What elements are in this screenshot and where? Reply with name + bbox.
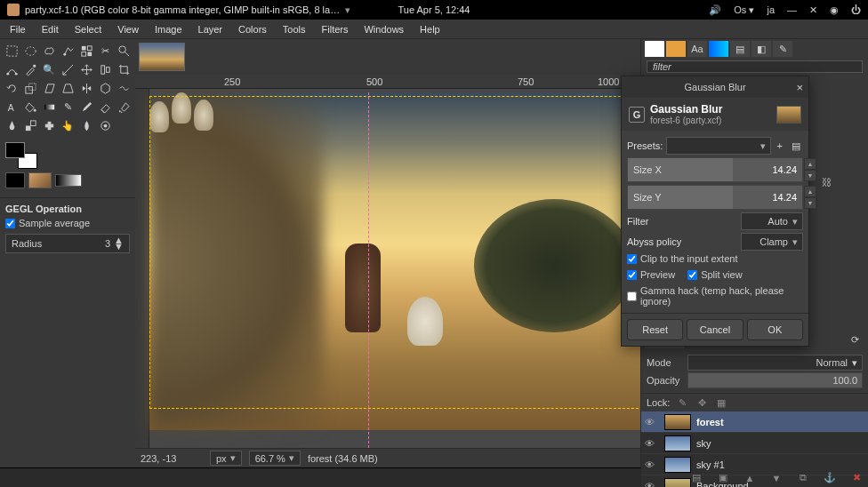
visibility-icon[interactable]: 👁 bbox=[645, 438, 659, 449]
layer-name[interactable]: forest bbox=[696, 417, 724, 427]
layer-group-icon[interactable]: ▣ bbox=[717, 472, 729, 483]
fg-color[interactable] bbox=[5, 142, 25, 158]
preview-checkbox[interactable] bbox=[627, 270, 637, 280]
tool-align[interactable] bbox=[96, 60, 114, 78]
sample-average-checkbox[interactable] bbox=[5, 219, 15, 228]
duplicate-layer-icon[interactable]: ⧉ bbox=[797, 472, 809, 483]
tool-smudge[interactable]: 👆 bbox=[59, 116, 76, 134]
tool-fuzzy-select[interactable] bbox=[59, 42, 76, 60]
mode-select[interactable]: Normal▾ bbox=[687, 355, 863, 371]
abyss-select[interactable]: Clamp▾ bbox=[741, 233, 803, 251]
ime-indicator[interactable]: ja bbox=[767, 4, 775, 15]
preset-menu-icon[interactable]: ▤ bbox=[789, 140, 803, 152]
presets-select[interactable]: ▾ bbox=[666, 137, 770, 155]
radius-input[interactable]: Radius 3 ▲▼ bbox=[5, 234, 130, 253]
tool-dodge[interactable] bbox=[96, 116, 114, 134]
visibility-icon[interactable]: 👁 bbox=[645, 417, 659, 427]
size-x-slider[interactable]: Size X 14.24 ▲▼ bbox=[627, 157, 803, 182]
menu-tools[interactable]: Tools bbox=[277, 22, 312, 36]
raise-layer-icon[interactable]: ▲ bbox=[743, 473, 756, 483]
tool-blend[interactable] bbox=[40, 98, 58, 116]
filter-input[interactable]: filter bbox=[647, 60, 863, 73]
layer-name[interactable]: sky bbox=[696, 438, 711, 449]
cancel-button[interactable]: Cancel bbox=[687, 319, 743, 340]
minimize-icon[interactable]: — bbox=[787, 4, 797, 15]
os-indicator[interactable]: Os ▾ bbox=[734, 4, 754, 16]
tool-paths[interactable] bbox=[3, 60, 20, 78]
tool-scale[interactable] bbox=[21, 79, 39, 97]
menu-view[interactable]: View bbox=[111, 22, 145, 36]
wifi-icon[interactable]: ◉ bbox=[830, 4, 839, 16]
tool-perspective[interactable] bbox=[59, 79, 76, 97]
delete-layer-icon[interactable]: ✖ bbox=[850, 472, 863, 483]
tool-pencil[interactable]: ✎ bbox=[59, 98, 76, 116]
vertical-guide[interactable] bbox=[368, 92, 369, 448]
dialog-close-icon[interactable]: × bbox=[796, 81, 803, 94]
tool-foreground[interactable] bbox=[115, 42, 133, 60]
tool-shear[interactable] bbox=[40, 79, 58, 97]
tool-color-picker[interactable] bbox=[21, 60, 39, 78]
ok-button[interactable]: OK bbox=[747, 319, 803, 340]
lower-layer-icon[interactable]: ▼ bbox=[770, 473, 783, 483]
layer-row[interactable]: 👁 forest bbox=[641, 411, 868, 433]
split-view-checkbox[interactable] bbox=[687, 270, 697, 280]
dock-tab-5[interactable]: ▤ bbox=[730, 41, 750, 57]
tool-text[interactable]: A bbox=[3, 98, 20, 116]
tool-ellipse-select[interactable] bbox=[21, 42, 39, 60]
layer-row[interactable]: 👁 sky bbox=[641, 433, 868, 454]
dock-tab-text-icon[interactable]: Aa bbox=[687, 41, 707, 57]
volume-icon[interactable]: 🔊 bbox=[709, 4, 721, 16]
dock-tab-1[interactable] bbox=[645, 41, 664, 57]
menu-filters[interactable]: Filters bbox=[316, 22, 355, 36]
visibility-icon[interactable]: 👁 bbox=[645, 481, 659, 488]
anchor-layer-icon[interactable]: ⚓ bbox=[824, 472, 836, 483]
tool-bucket[interactable] bbox=[21, 98, 39, 116]
tool-eraser[interactable] bbox=[96, 98, 114, 116]
tool-cage[interactable] bbox=[96, 79, 114, 97]
horizontal-ruler[interactable]: 250 500 750 1000 bbox=[135, 75, 640, 89]
dialog-titlebar[interactable]: Gaussian Blur × bbox=[622, 76, 808, 98]
canvas[interactable] bbox=[149, 92, 637, 448]
tool-warp[interactable] bbox=[115, 79, 133, 97]
active-brush[interactable] bbox=[5, 172, 25, 188]
dock-tab-brush-icon[interactable]: ✎ bbox=[773, 41, 792, 57]
visibility-icon[interactable]: 👁 bbox=[645, 459, 659, 470]
lock-alpha-icon[interactable]: ▦ bbox=[714, 395, 728, 410]
menu-windows[interactable]: Windows bbox=[358, 22, 410, 36]
tool-heal[interactable] bbox=[40, 116, 58, 134]
new-layer-icon[interactable]: ▤ bbox=[690, 472, 703, 483]
refresh-icon[interactable]: ⟳ bbox=[846, 332, 864, 350]
preset-add-icon[interactable]: + bbox=[775, 140, 785, 151]
tool-blur[interactable] bbox=[77, 116, 95, 134]
size-y-slider[interactable]: Size Y 14.24 ▲▼ bbox=[627, 185, 803, 210]
tool-airbrush[interactable] bbox=[115, 98, 133, 116]
chain-link-icon[interactable]: ⛓ bbox=[822, 177, 832, 188]
image-tab-thumbnail[interactable] bbox=[139, 43, 185, 71]
gamma-hack-checkbox[interactable] bbox=[627, 291, 637, 301]
tool-free-select[interactable] bbox=[40, 42, 58, 60]
tool-paintbrush[interactable] bbox=[77, 98, 95, 116]
menu-edit[interactable]: Edit bbox=[36, 22, 65, 36]
dock-tab-2[interactable] bbox=[666, 41, 686, 57]
layer-name[interactable]: sky #1 bbox=[696, 459, 725, 470]
tool-rect-select[interactable] bbox=[3, 42, 20, 60]
unit-selector[interactable]: px▾ bbox=[210, 451, 242, 466]
tool-ink[interactable] bbox=[3, 116, 20, 134]
lock-pixels-icon[interactable]: ✎ bbox=[675, 395, 689, 410]
menu-file[interactable]: File bbox=[4, 22, 32, 36]
zoom-selector[interactable]: 66.7 %▾ bbox=[249, 451, 301, 466]
tool-rotate[interactable] bbox=[3, 79, 20, 97]
menu-image[interactable]: Image bbox=[149, 22, 189, 36]
clip-checkbox[interactable] bbox=[627, 254, 637, 264]
filter-select[interactable]: Auto▾ bbox=[741, 212, 803, 230]
tool-by-color[interactable] bbox=[77, 42, 95, 60]
tool-move[interactable] bbox=[77, 60, 95, 78]
active-pattern[interactable] bbox=[28, 172, 52, 188]
power-icon[interactable]: ⏻ bbox=[851, 4, 861, 15]
tool-scissors[interactable]: ✂ bbox=[96, 42, 114, 60]
menu-select[interactable]: Select bbox=[68, 22, 108, 36]
tool-crop[interactable] bbox=[115, 60, 133, 78]
menu-colors[interactable]: Colors bbox=[232, 22, 273, 36]
vertical-ruler[interactable] bbox=[135, 89, 149, 448]
tool-flip[interactable] bbox=[77, 79, 95, 97]
